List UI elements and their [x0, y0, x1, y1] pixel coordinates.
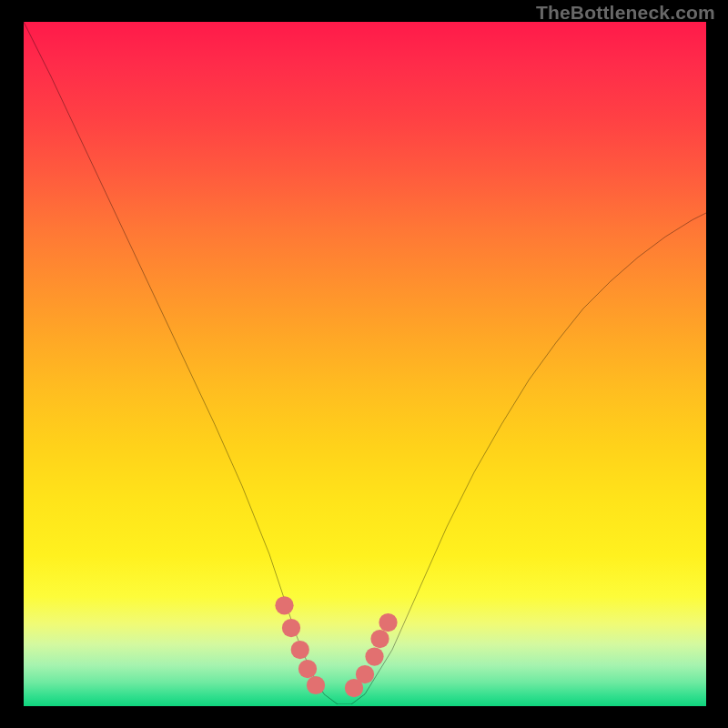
curve-path: [24, 22, 706, 704]
marker-dot: [298, 660, 317, 678]
marker-dot: [365, 647, 383, 665]
marker-dot: [275, 596, 293, 614]
marker-dot: [370, 630, 389, 648]
marker-dot: [379, 613, 397, 632]
marker-band: [275, 596, 397, 697]
marker-dot: [356, 665, 374, 683]
chart-frame: TheBottleneck.com: [0, 0, 728, 728]
plot-area: [24, 22, 706, 706]
marker-dot: [291, 641, 309, 659]
curve-svg: [24, 22, 706, 704]
marker-dot: [282, 619, 300, 637]
marker-dot: [307, 676, 325, 694]
watermark-text: TheBottleneck.com: [536, 2, 715, 24]
bottleneck-curve: [24, 22, 706, 704]
